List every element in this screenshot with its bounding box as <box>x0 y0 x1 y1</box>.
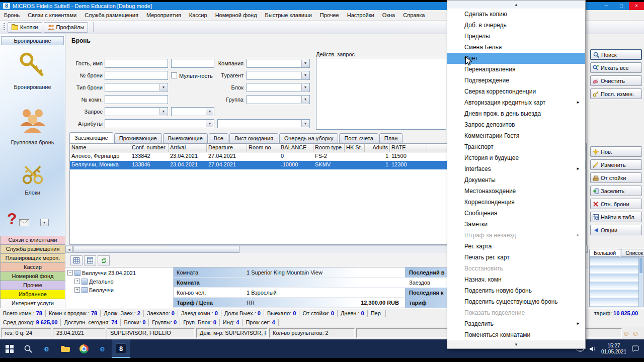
chevron-down-icon[interactable]: ▼ <box>159 84 167 91</box>
scroll-left-icon[interactable]: ◄ <box>65 246 73 253</box>
chevron-down-icon[interactable]: ▼ <box>301 72 309 79</box>
context-menu-item-split[interactable]: Разделить► <box>447 318 585 329</box>
column-header[interactable]: Room no <box>247 144 279 152</box>
context-menu-item-assign-room[interactable]: Назнач. комн <box>447 274 585 285</box>
sort-view-button[interactable] <box>84 255 96 265</box>
column-header[interactable]: HK St... <box>345 144 365 152</box>
menu-item[interactable]: Настройки <box>343 10 378 20</box>
menu-scroll-down-icon[interactable]: ▼ <box>447 340 585 348</box>
tab-waitlist[interactable]: Лист ожидания <box>229 133 278 143</box>
sidebar-section-cashier[interactable]: Кассир <box>0 263 65 272</box>
context-menu-item-credit-card-auth[interactable]: Авторизация кредитных карт► <box>447 97 585 108</box>
check-in-button[interactable]: Заселить <box>590 186 642 196</box>
options-button[interactable]: Опции <box>590 225 642 235</box>
tree-expand-icon[interactable]: + <box>74 287 80 293</box>
request-combo[interactable]: ▼ <box>105 107 168 116</box>
travel-agent-combo[interactable]: ▼ <box>247 71 310 80</box>
taskbar-edge-button[interactable]: e <box>93 339 112 358</box>
group-combo[interactable]: ▼ <box>247 95 310 104</box>
profiles-toolbar-button[interactable]: Профайлы <box>44 22 89 33</box>
tab-list[interactable]: Список <box>621 249 644 257</box>
tab-inhouse[interactable]: Проживающие <box>114 133 162 143</box>
context-menu-item-guest-comments[interactable]: Комментарии Гостя <box>447 130 585 141</box>
chevron-down-icon[interactable]: ▼ <box>206 108 213 115</box>
context-menu-item-correspondence-check[interactable]: Сверка корреспонденции <box>447 86 585 97</box>
context-menu-item-transport[interactable]: Транспорт <box>447 141 585 152</box>
attributes-combo[interactable]: ▼ <box>105 119 214 128</box>
sidebar-section-rooms[interactable]: Номерной фонд <box>0 272 65 281</box>
attributes-combo-2[interactable]: ▼ <box>217 119 310 128</box>
chevron-down-icon[interactable]: ▼ <box>301 84 309 91</box>
speaker-icon[interactable] <box>589 346 596 352</box>
vertical-scrollbar[interactable] <box>638 257 643 307</box>
taskbar-fidelio-button[interactable]: 8 <box>112 339 130 358</box>
tab-all[interactable]: Все <box>209 133 228 143</box>
new-button[interactable]: Нов. <box>590 146 642 157</box>
sidebar-section-internet[interactable]: Интернет услуги <box>0 299 65 308</box>
nav-header-reservations[interactable]: Бронирование <box>1 36 64 45</box>
menu-item[interactable]: Справка <box>399 10 429 20</box>
sidebar-item-blocks[interactable]: Блоки <box>0 161 65 196</box>
conf-number-input[interactable] <box>105 71 168 80</box>
tab-plan[interactable]: План <box>379 133 403 143</box>
sidebar-section-housekeeping[interactable]: Служба размещения <box>0 245 65 254</box>
sidebar-section-crm[interactable]: Связи с клиентами <box>0 236 65 245</box>
taskbar-chrome-button[interactable] <box>74 339 93 358</box>
menu-item[interactable]: Бронь <box>0 10 24 20</box>
chevron-down-icon[interactable]: ▼ <box>159 108 167 115</box>
room-number-input[interactable] <box>105 95 168 104</box>
menu-item[interactable]: Служба размещения <box>80 10 142 20</box>
cancel-reservation-button[interactable]: Отн. брони <box>590 199 642 209</box>
column-header[interactable]: RATE <box>390 144 427 152</box>
sidebar-item-reservation[interactable]: Бронирование <box>0 49 65 90</box>
guest-name-input[interactable] <box>105 59 168 68</box>
context-menu-item-confirmation[interactable]: Подтверждение <box>447 75 585 86</box>
scrollbar-thumb[interactable] <box>73 246 239 253</box>
context-menu-item-history-future[interactable]: История и будущее <box>447 152 585 163</box>
context-menu-item-linen-change[interactable]: Смена Белья <box>447 42 585 53</box>
chevron-down-icon[interactable]: ▼ <box>301 120 309 127</box>
tab-queue-rooms[interactable]: Очередь на уборку <box>279 133 338 143</box>
mail-question-widget[interactable]: ? ▼ <box>7 211 49 226</box>
menu-item[interactable]: Окна <box>378 10 399 20</box>
company-combo[interactable]: ▼ <box>247 59 310 68</box>
tab-large[interactable]: Большой <box>589 249 620 257</box>
menu-item[interactable]: Номерной фонд <box>211 10 261 20</box>
context-menu-item-deposit-request[interactable]: Запрос депозитов <box>447 119 585 130</box>
context-menu-item-messages[interactable]: Сообщения <box>447 208 585 219</box>
start-button[interactable] <box>0 339 19 358</box>
context-menu-item-swap-rooms[interactable]: Поменяться комнатами <box>447 329 585 340</box>
taskbar-search-button[interactable] <box>19 339 37 358</box>
column-header[interactable]: Conf. number <box>130 144 169 152</box>
taskbar-clock[interactable]: 15:27 01.05.2021 <box>601 343 626 355</box>
find-in-table-button[interactable]: Найти в табл. <box>590 212 642 222</box>
column-header[interactable]: Arrival <box>169 144 207 152</box>
column-header[interactable]: BALANCE <box>279 144 313 152</box>
context-menu-item-add-queue[interactable]: Доб. в очередь <box>447 20 585 31</box>
column-header[interactable]: Adults <box>365 144 390 152</box>
tree-expand-icon[interactable]: + <box>74 279 80 284</box>
guest-firstname-input[interactable] <box>171 59 214 68</box>
request-combo-2[interactable]: ▼ <box>171 107 214 116</box>
menu-item[interactable]: Кассир <box>185 10 211 20</box>
scrollbar-thumb[interactable] <box>639 258 642 273</box>
menu-item[interactable]: Прочее <box>316 10 343 20</box>
chevron-down-icon[interactable]: ▼ <box>206 120 213 127</box>
context-menu-item-copy[interactable]: Сделать копию <box>447 9 585 20</box>
context-menu-item-day-use[interactable]: Дневн прож. в день выезда <box>447 108 585 119</box>
tree-node-guest[interactable]: + Беллуччи <box>65 286 173 294</box>
context-menu-item-limits[interactable]: Пределы <box>447 31 585 42</box>
context-menu-item-interfaces[interactable]: Interfaces► <box>447 163 585 174</box>
context-menu-item-notes[interactable]: Заметки <box>447 219 585 230</box>
search-button[interactable]: Поиск <box>590 49 642 60</box>
column-header[interactable]: Room type <box>313 144 345 152</box>
res-type-combo[interactable]: ▼ <box>105 83 168 92</box>
menu-scroll-up-icon[interactable]: ▲ <box>447 1 585 9</box>
menu-item[interactable]: Связи с клиентами <box>24 10 80 20</box>
clear-button[interactable]: Очистить <box>590 75 642 86</box>
last-changes-button[interactable]: Посл. измен. <box>590 88 642 99</box>
tab-arrivals[interactable]: Заезжающие <box>69 132 113 143</box>
multi-guest-checkbox[interactable] <box>171 72 177 78</box>
tab-departures[interactable]: Выезжающие <box>163 133 208 143</box>
close-button[interactable]: × <box>629 2 644 10</box>
